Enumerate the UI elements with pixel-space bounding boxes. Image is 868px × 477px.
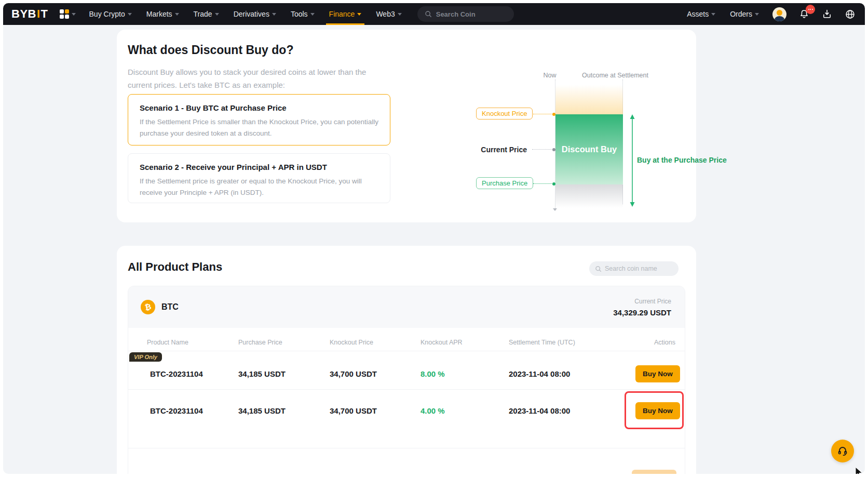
explainer-description: Discount Buy allows you to stack your de…	[128, 66, 377, 92]
current-price-caption: Current Price	[613, 298, 671, 305]
scenario-1-title: Scenario 1 - Buy BTC at Purchase Price	[140, 103, 378, 112]
knockout-connector	[533, 114, 553, 114]
notification-badge	[806, 5, 815, 14]
cell-apr: 4.00 %	[421, 406, 509, 415]
nav-label: Derivatives	[234, 10, 269, 18]
table-header-row: Product Name Purchase Price Knockout Pri…	[128, 335, 685, 350]
scenario-1-body: If the Settlement Price is smaller than …	[140, 116, 378, 139]
nav-item-buy-crypto[interactable]: Buy Crypto	[82, 3, 139, 25]
download-app-button[interactable]	[822, 9, 832, 19]
current-price-value: 34,329.29 USDT	[613, 308, 671, 317]
nav-item-trade[interactable]: Trade	[186, 3, 226, 25]
diagram-down-arrow	[553, 208, 557, 211]
current-dot	[552, 148, 555, 151]
cell-apr: 8.00 %	[421, 369, 509, 378]
purchase-price-chip: Purchase Price	[476, 177, 533, 189]
btc-icon: ₿	[141, 300, 155, 314]
col-product-name: Product Name	[147, 339, 238, 346]
avatar-head	[777, 10, 782, 16]
search-icon	[425, 10, 432, 18]
divider	[128, 389, 685, 390]
grid-square	[60, 15, 64, 19]
cell-settlement: 2023-11-04 08:00	[509, 406, 635, 415]
col-settlement-time: Settlement Time (UTC)	[509, 339, 635, 346]
nav-item-orders[interactable]: Orders	[729, 10, 760, 18]
chevron-down-icon	[357, 13, 361, 16]
notifications-button[interactable]	[799, 9, 809, 19]
scenario-2-body: If the Settlement price is greater or eq…	[140, 176, 378, 198]
top-navigation: BYBIT Buy Crypto Markets Trade Derivativ…	[3, 3, 865, 25]
nav-label: Web3	[376, 10, 395, 18]
coin-name-search-input[interactable]	[605, 265, 672, 272]
grid-square-accent	[65, 9, 69, 14]
buy-now-button-partial[interactable]	[632, 470, 676, 474]
range-arrow	[629, 114, 636, 207]
cell-product: BTC-20231104	[147, 369, 238, 378]
chevron-down-icon	[310, 13, 315, 16]
language-button[interactable]	[845, 9, 856, 20]
search-icon	[595, 266, 602, 272]
coin-name-search-box[interactable]	[589, 261, 679, 276]
scenario-2-card[interactable]: Scenario 2 - Receive your Principal + AP…	[128, 153, 390, 203]
nav-label: Tools	[291, 10, 308, 18]
grid-square	[60, 9, 64, 14]
knockout-dot	[552, 113, 555, 116]
scenario-2-title: Scenario 2 - Receive your Principal + AP…	[140, 163, 378, 171]
logo-text: BYB	[11, 7, 36, 21]
cell-knockout: 34,700 USDT	[330, 369, 421, 378]
divider	[128, 448, 685, 448]
nav-item-markets[interactable]: Markets	[139, 3, 186, 25]
support-chat-button[interactable]	[831, 440, 854, 462]
cell-product: BTC-20231104	[147, 406, 238, 415]
coin-search-input[interactable]	[436, 10, 498, 18]
screenshot-frame: BYBIT Buy Crypto Markets Trade Derivativ…	[0, 0, 868, 477]
avatar-body	[775, 16, 784, 21]
cell-purchase: 34,185 USDT	[238, 406, 330, 415]
purchase-dot	[552, 182, 555, 186]
diagram-knockout-zone	[555, 85, 623, 114]
nav-item-assets[interactable]: Assets	[686, 10, 716, 18]
nav-item-tools[interactable]: Tools	[283, 3, 322, 25]
buy-now-button-highlighted[interactable]: Buy Now	[635, 402, 680, 419]
nav-item-derivatives[interactable]: Derivatives	[226, 3, 283, 25]
nav-left: BYBIT Buy Crypto Markets Trade Derivativ…	[9, 3, 514, 25]
divider	[128, 351, 685, 351]
bybit-logo[interactable]: BYBIT	[9, 3, 53, 25]
globe-icon	[845, 9, 856, 20]
user-avatar[interactable]	[772, 7, 786, 21]
btc-plans-table: ₿ BTC Current Price 34,329.29 USDT Produ…	[128, 286, 685, 474]
nav-label: Trade	[194, 10, 212, 18]
btc-glyph: ₿	[144, 302, 152, 312]
cell-knockout: 34,700 USDT	[330, 406, 421, 415]
nav-label: Markets	[146, 10, 172, 18]
chevron-down-icon	[398, 13, 402, 16]
nav-item-web3[interactable]: Web3	[369, 3, 409, 25]
chevron-down-icon	[128, 13, 132, 16]
coin-search-box[interactable]	[417, 6, 514, 22]
nav-right: Assets Orders	[686, 3, 856, 25]
cell-settlement: 2023-11-04 08:00	[509, 369, 635, 378]
cell-purchase: 34,185 USDT	[238, 369, 330, 378]
plan-row-2: BTC-20231104 34,185 USDT 34,700 USDT 4.0…	[128, 395, 685, 426]
headset-icon	[836, 445, 849, 457]
chevron-down-icon	[175, 13, 179, 16]
logo-text-2: T	[41, 7, 48, 21]
diagram-now-label: Now	[534, 72, 565, 79]
diagram-box-label: Discount Buy	[562, 144, 617, 154]
buy-now-button[interactable]: Buy Now	[635, 365, 680, 382]
plans-title: All Product Plans	[128, 260, 222, 274]
coin-name: BTC	[161, 302, 179, 312]
nav-label: Finance	[329, 10, 355, 18]
current-price-label: Current Price	[449, 145, 527, 154]
download-icon	[822, 9, 832, 19]
col-knockout-apr: Knockout APR	[421, 339, 509, 346]
scenario-1-card[interactable]: Scenario 1 - Buy BTC at Purchase Price I…	[128, 94, 390, 145]
mouse-cursor	[855, 467, 865, 474]
chevron-down-icon	[215, 13, 219, 16]
apps-grid-icon	[60, 9, 69, 19]
purchase-connector	[533, 183, 552, 184]
explainer-title: What does Discount Buy do?	[128, 43, 293, 57]
col-actions: Actions	[635, 339, 675, 346]
nav-item-finance[interactable]: Finance	[322, 3, 369, 25]
apps-menu-button[interactable]	[53, 3, 82, 25]
